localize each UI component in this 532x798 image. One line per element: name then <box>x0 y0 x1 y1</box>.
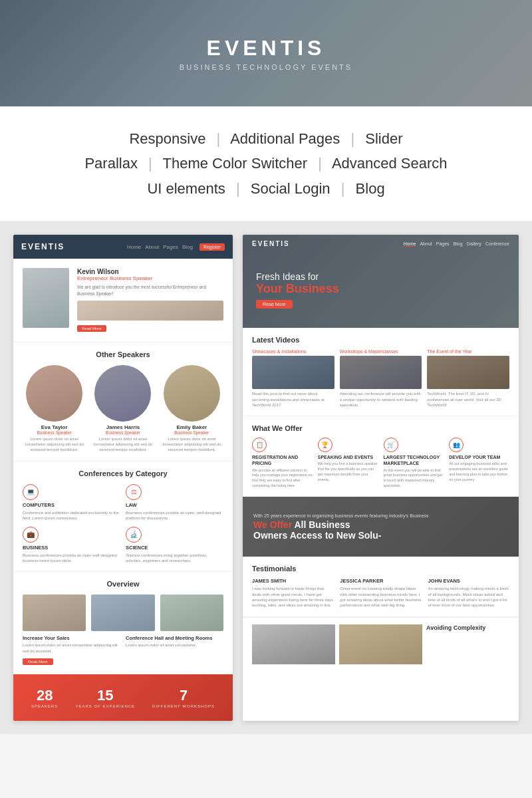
speaker-card-text-2: Lorem ipsum dolor sit amet consectetur a… <box>91 436 154 453</box>
offer-text-1: We provide an efficient solution to help… <box>252 468 313 489</box>
offer-item-3: 🛒 LARGEST TECHNOLOGY MARKETPLACE At this… <box>384 438 444 488</box>
feature-parallax: Parallax <box>84 155 137 172</box>
overview-title: Overview <box>23 580 223 588</box>
offer-grid: 📋 REGISTRATION AND PRICING We provide an… <box>252 438 509 488</box>
testimonials-section: Testimonials JAMES SMITH I was looking f… <box>243 557 519 617</box>
overview-label-2: Conference Hall and Meeting Rooms <box>126 635 223 641</box>
conf-grid: 💻 COMPUTERS Conference and exhibition de… <box>23 484 223 564</box>
speaker-card-title-1: Business Speaker <box>23 430 86 435</box>
sep-5: | <box>236 180 240 197</box>
videos-grid: Showcases & Installations Read this post… <box>252 349 509 408</box>
cta-top-text: With 25 years experience in organizing b… <box>253 513 508 518</box>
right-preview: EVENTIS Home About Pages Blog Gallery Co… <box>243 235 519 721</box>
feature-additional-pages: Additional Pages <box>230 130 340 147</box>
feature-blog: Blog <box>356 180 385 197</box>
offer-text-4: All our engaging business talks and pres… <box>449 462 509 482</box>
speaker-card-1: Eva Taylor Business Speaker Lorem ipsum … <box>23 365 86 453</box>
stat-experience: 15 YEARS OF EXPERIENCE <box>75 687 135 708</box>
latest-videos-heading: Latest Videos <box>252 336 509 344</box>
bottom-images: Avoiding Complexity <box>243 617 519 671</box>
testimonial-text-3: An amazing technology making minds a fre… <box>428 586 509 608</box>
speakers-grid: Eva Taylor Business Speaker Lorem ipsum … <box>23 365 223 453</box>
overview-text-2: Conference Hall and Meeting Rooms Lorem … <box>126 635 223 654</box>
offer-item-2: 🏆 SPEAKING AND EVENTS We help you find a… <box>318 438 378 488</box>
right-nav-gallery: Gallery <box>467 241 481 247</box>
sep-1: | <box>217 130 221 147</box>
offer-title-4: DEVELOP YOUR TEAM <box>449 454 509 460</box>
sep-4: | <box>318 155 322 172</box>
nav-about: About <box>145 244 159 250</box>
offer-icon-4: 👥 <box>449 438 464 452</box>
overview-img-1 <box>23 595 86 631</box>
feature-responsive: Responsive <box>129 130 205 147</box>
feature-ui: UI elements <box>147 180 225 197</box>
what-we-offer-section: What We Offer 📋 REGISTRATION AND PRICING… <box>243 416 519 497</box>
left-logo: EVENTIS <box>21 242 65 251</box>
bottom-img-2 <box>339 624 422 664</box>
stat-label-speakers: SPEAKERS <box>31 704 58 708</box>
sep-3: | <box>148 155 152 172</box>
law-icon: ⚖ <box>126 484 142 500</box>
nav-cta-btn[interactable]: Register <box>200 243 225 251</box>
testimonial-3: JOHN EVANS An amazing technology making … <box>428 578 509 608</box>
speaker-avatar-2 <box>94 365 151 422</box>
speaker-card-text-1: Lorem ipsum dolor sit amet consectetur a… <box>23 436 86 453</box>
offer-title-1: REGISTRATION AND PRICING <box>252 454 313 466</box>
cta-title-1: We Offer All Business <box>253 519 508 530</box>
stat-label-workshops: DIFFERENT WORKSHOPS <box>152 704 215 708</box>
offer-icon-2: 🏆 <box>318 438 332 452</box>
left-header: EVENTIS Home About Pages Blog Register <box>13 235 233 259</box>
business-icon: 💼 <box>23 527 39 543</box>
testimonial-name-1: JAMES SMITH <box>252 578 333 584</box>
video-text-2: Attending our conference will provide yo… <box>340 391 422 408</box>
conf-item-title-4: SCIENCE <box>126 545 148 551</box>
video-col-2: Workshops & Masterclasses Attending our … <box>340 349 422 408</box>
testimonials-grid: JAMES SMITH I was looking forward to kno… <box>252 578 509 608</box>
readmore-btn[interactable]: Read More <box>77 325 106 332</box>
video-col-title-2: Workshops & Masterclasses <box>340 349 422 354</box>
conf-item-science: 🔬 SCIENCE Science conferences bring toge… <box>126 527 223 564</box>
right-nav-links: Home About Pages Blog Gallery Conference <box>404 241 509 247</box>
offer-item-4: 👥 DEVELOP YOUR TEAM All our engaging bus… <box>449 438 509 488</box>
stat-number-experience: 15 <box>75 687 135 704</box>
conf-item-title-1: COMPUTERS <box>23 502 55 508</box>
left-nav: Home About Pages Blog <box>127 244 193 250</box>
conf-item-title-3: BUSINESS <box>23 545 48 551</box>
nav-pages: Pages <box>163 244 178 250</box>
speaker-card-3: Emily Baker Business Speaker Lorem ipsum… <box>160 365 223 453</box>
overview-desc-2: Lorem ipsum dolor sit amet consectetur. <box>126 642 223 648</box>
overview-img-3 <box>160 595 223 631</box>
testimonial-name-3: JOHN EVANS <box>428 578 509 584</box>
video-text-1: Read this post to find out more about up… <box>252 391 334 408</box>
overview-btn[interactable]: Read More <box>23 658 53 665</box>
stat-number-speakers: 28 <box>31 687 58 704</box>
testimonial-text-2: Great event on creating totally shape id… <box>340 586 421 608</box>
speaker-card-text-3: Lorem ipsum dolor sit amet consectetur a… <box>160 436 223 453</box>
hero-section: EVENTIS BUSINESS TECHNOLOGY EVENTS <box>0 0 532 106</box>
conf-item-text-1: Conference and exhibition dedicated excl… <box>23 510 120 521</box>
stat-label-experience: YEARS OF EXPERIENCE <box>75 704 135 708</box>
right-hero-title-lg: Your Business <box>256 282 505 296</box>
speaker-card-title-3: Business Speaker <box>160 430 223 435</box>
testimonial-name-2: JESSICA PARKER <box>340 578 421 584</box>
overview-texts-grid: Increase Your Sales Lorem ipsum dolor si… <box>23 635 223 654</box>
sep-2: | <box>350 130 354 147</box>
right-hero: EVENTIS Home About Pages Blog Gallery Co… <box>243 235 519 328</box>
stat-number-workshops: 7 <box>152 687 215 704</box>
right-hero-btn[interactable]: Read More <box>256 300 293 309</box>
right-nav-about: About <box>420 241 432 247</box>
offer-title-3: LARGEST TECHNOLOGY MARKETPLACE <box>384 454 444 466</box>
offer-text-3: At this event you will be able to find g… <box>384 468 444 489</box>
nav-home: Home <box>127 244 141 250</box>
offer-title-2: SPEAKING AND EVENTS <box>318 454 378 460</box>
conferences-section: Conferences by Category 💻 COMPUTERS Conf… <box>13 462 233 573</box>
video-thumb-3 <box>427 356 509 389</box>
main-content: EVENTIS Home About Pages Blog Register K… <box>0 221 532 734</box>
overview-desc-1: Lorem ipsum dolor sit amet consectetur a… <box>23 642 120 654</box>
testimonials-heading: Testimonials <box>252 565 509 573</box>
nav-blog: Blog <box>182 244 193 250</box>
computers-icon: 💻 <box>23 484 39 500</box>
cta-title-2: Owners Access to New Solu- <box>253 530 508 541</box>
feature-color-switcher: Theme Color Switcher <box>162 155 307 172</box>
speaker-avatar-1 <box>26 365 82 422</box>
